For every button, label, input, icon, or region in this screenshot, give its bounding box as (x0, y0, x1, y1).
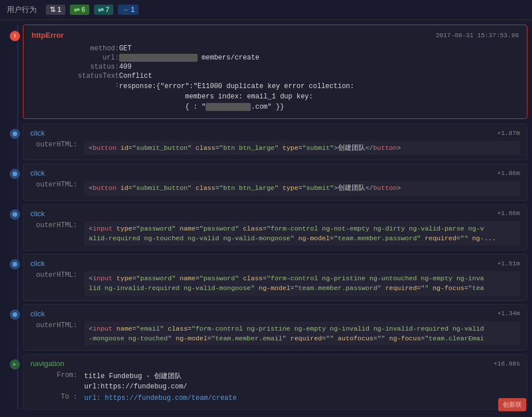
nav-icon (10, 359, 20, 370)
table-row: method: GET (31, 44, 519, 53)
timeline: ! httpError 2017-08-31 15:37:53.98 metho… (5, 25, 527, 410)
response-line3: { : " .com" }} (119, 103, 284, 111)
url-value: members/create (119, 53, 519, 62)
outer-html-label-1: outerHTML: (30, 141, 82, 149)
badge-1[interactable]: ⇅ 1 (46, 5, 65, 15)
nav-time: +16.98s (494, 360, 520, 367)
event-type-1: click (30, 129, 45, 137)
event-time-1: +1.87m (497, 130, 520, 137)
event-type-2: click (30, 169, 45, 177)
nav-to-label: To : (30, 393, 82, 401)
error-icon: ! (10, 31, 20, 41)
error-title: httpError (31, 31, 64, 39)
svg-point-0 (13, 132, 17, 136)
click-icon-1 (10, 129, 20, 139)
nav-type: navigation (30, 359, 64, 368)
method-label: method: (31, 44, 119, 53)
table-row: status: 409 (31, 62, 519, 72)
svg-point-2 (13, 212, 17, 217)
event-row-3: outerHTML: <input type="password" name="… (30, 221, 520, 246)
svg-point-4 (13, 312, 17, 317)
event-header-4: click +1.51m (30, 259, 520, 268)
response-value: response:{"error":"E11000 duplicate key … (119, 81, 519, 113)
url-redacted (119, 54, 198, 62)
table-row: url: members/create (31, 53, 519, 62)
error-timestamp: 2017-08-31 15:37:53.98 (436, 32, 519, 39)
event-time-3: +1.66m (497, 210, 520, 217)
event-header-2: click +1.86m (30, 169, 520, 177)
code-block-3: <input type="password" name="password" c… (84, 221, 520, 246)
nav-from-title-key: title (84, 372, 105, 380)
event-time-5: +1.34m (497, 310, 520, 317)
nav-from-title-val: Fundebug - 创建团队 (109, 372, 182, 380)
click-icon-2 (10, 169, 20, 179)
http-error-block: ! httpError 2017-08-31 15:37:53.98 metho… (23, 25, 527, 119)
code-block-5: <input name="email" class="form-control … (84, 321, 520, 346)
nav-header: navigation +16.98s (30, 359, 520, 368)
event-block-2: click +1.86m outerHTML: <button id="subm… (23, 164, 527, 200)
code-block-2: <button id="submit_button" class="btn bt… (84, 181, 520, 195)
method-value: GET (119, 44, 519, 53)
click-icon-4 (10, 259, 20, 269)
url-label: url: (31, 53, 119, 62)
outer-html-label-2: outerHTML: (30, 181, 82, 189)
code-block-4: <input type="password" name="password" c… (84, 271, 520, 296)
event-row-4: outerHTML: <input type="password" name="… (30, 271, 520, 296)
event-type-4: click (30, 259, 45, 268)
outer-html-label-5: outerHTML: (30, 321, 82, 329)
event-row-5: outerHTML: <input name="email" class="fo… (30, 321, 520, 346)
page-title: 用户行为 (7, 5, 37, 15)
error-header: httpError 2017-08-31 15:37:53.98 (31, 31, 519, 39)
status-text-value: Conflict (119, 72, 519, 81)
event-block-5: click +1.34m outerHTML: <input name="ema… (23, 304, 527, 351)
nav-from-row: From: title Fundebug - 创建团队 url:https://… (30, 371, 520, 392)
nav-from-url: url:https://fundebug.com/ (84, 383, 187, 391)
event-header-1: click +1.87m (30, 129, 520, 137)
navigation-block: navigation +16.98s From: title Fundebug … (23, 354, 527, 410)
main-content: ! httpError 2017-08-31 15:37:53.98 metho… (0, 25, 532, 417)
table-row: statusText Conflict (31, 72, 519, 81)
event-block-1: click +1.87m outerHTML: <button id="subm… (23, 124, 527, 160)
nav-from-value: title Fundebug - 创建团队 url:https://fundeb… (84, 371, 187, 392)
code-block-1: <button id="submit_button" class="btn bt… (84, 141, 520, 155)
response-line1: response:{"error":"E11000 duplicate key … (119, 82, 354, 90)
nav-to-url: url: https://fundebug.com/team/create (84, 394, 237, 402)
outer-html-label-4: outerHTML: (30, 271, 82, 279)
outer-html-label-3: outerHTML: (30, 221, 82, 229)
response-line2: members index: email_1 dup key: (119, 93, 313, 101)
svg-point-1 (13, 172, 17, 176)
nav-to-value: url: https://fundebug.com/team/create (84, 393, 237, 403)
event-type-5: click (30, 309, 45, 318)
watermark: 创新联 (498, 398, 526, 411)
table-row: : response:{"error":"E11000 duplicate ke… (31, 81, 519, 113)
top-bar: 用户行为 ⇅ 1 ⇌ 6 ⇌ 7 → 1 (0, 0, 532, 20)
event-type-3: click (30, 209, 45, 218)
event-row-2: outerHTML: <button id="submit_button" cl… (30, 181, 520, 195)
url-path: members/create (202, 54, 259, 62)
event-time-2: +1.86m (497, 170, 520, 177)
badge-4[interactable]: → 1 (118, 5, 139, 15)
nav-from-label: From: (30, 371, 82, 379)
status-value: 409 (119, 62, 519, 72)
click-icon-3 (10, 209, 20, 220)
event-row-1: outerHTML: <button id="submit_button" cl… (30, 141, 520, 155)
event-block-3: click +1.66m outerHTML: <input type="pas… (23, 204, 527, 251)
badge-2[interactable]: ⇌ 6 (70, 5, 89, 15)
click-icon-5 (10, 309, 20, 320)
event-header-3: click +1.66m (30, 209, 520, 218)
svg-marker-5 (13, 363, 17, 366)
event-time-4: +1.51m (497, 260, 520, 267)
status-label: status: (31, 62, 119, 72)
response-label: : (31, 81, 119, 113)
svg-point-3 (13, 262, 17, 267)
badge-3[interactable]: ⇌ 7 (94, 5, 113, 15)
event-header-5: click +1.34m (30, 309, 520, 318)
error-table: method: GET url: members/create status: … (31, 44, 519, 113)
status-text-label: statusText (31, 72, 119, 81)
event-block-4: click +1.51m outerHTML: <input type="pas… (23, 254, 527, 301)
nav-to-row: To : url: https://fundebug.com/team/crea… (30, 393, 520, 403)
